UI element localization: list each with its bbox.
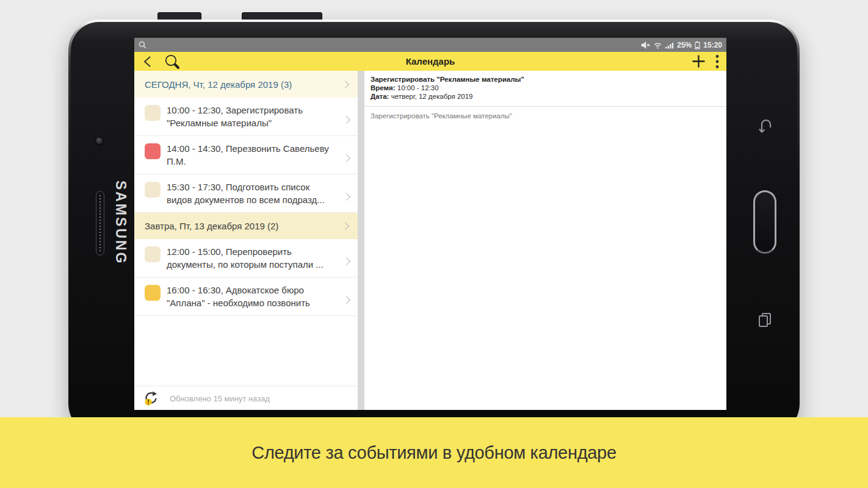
- event-text: 10:00 - 12:30, Зарегистрировать "Рекламн…: [167, 104, 331, 135]
- pane-divider: [358, 71, 364, 410]
- speaker-grille: [96, 191, 104, 256]
- wifi-icon: [653, 41, 662, 49]
- event-color-marker: [145, 105, 161, 121]
- chevron-right-icon: [342, 257, 350, 265]
- section-label: Завтра, Пт, 13 декабря 2019 (2): [145, 221, 278, 231]
- chevron-right-icon: [342, 154, 350, 162]
- svg-text:!: !: [147, 399, 149, 406]
- event-color-marker: [145, 182, 161, 198]
- promo-banner: Следите за событиями в удобном календаре: [0, 417, 868, 488]
- clock: 15:20: [703, 41, 722, 49]
- event-row[interactable]: 12:00 - 15:00, Перепроверить документы, …: [134, 239, 358, 278]
- chevron-right-icon: [342, 193, 350, 201]
- event-detail: Зарегистрировать "Рекламные материалы" В…: [364, 71, 726, 410]
- hardware-back-icon[interactable]: [756, 116, 775, 134]
- tablet-screen: 25% 15:20 Календарь: [134, 38, 726, 410]
- event-row[interactable]: 16:00 - 16:30, Адвокатское бюро "Аплана"…: [134, 278, 358, 316]
- battery-icon: [695, 41, 700, 49]
- detail-time-label: Время:: [371, 84, 396, 92]
- detail-divider: [364, 106, 726, 107]
- home-button[interactable]: [753, 190, 776, 254]
- section-header-today[interactable]: СЕГОДНЯ, Чт, 12 декабря 2019 (3): [134, 71, 358, 98]
- event-color-marker: [145, 246, 161, 262]
- add-event-icon[interactable]: [692, 54, 706, 68]
- battery-percent: 25%: [677, 41, 692, 49]
- status-bar: 25% 15:20: [134, 38, 726, 52]
- refresh-status-text: Обновлено 15 минут назад: [170, 394, 270, 403]
- event-color-marker: [145, 143, 161, 159]
- recent-apps-icon[interactable]: [757, 312, 773, 328]
- front-camera: [95, 137, 104, 145]
- section-header-tomorrow[interactable]: Завтра, Пт, 13 декабря 2019 (2): [134, 213, 358, 239]
- tablet-device: SAMSUNG: [68, 20, 800, 434]
- refresh-warning-icon[interactable]: !: [144, 391, 159, 406]
- app-header: Календарь: [134, 52, 726, 71]
- refresh-bar[interactable]: ! Обновлено 15 минут назад: [134, 387, 358, 410]
- detail-title: Зарегистрировать "Рекламные материалы": [371, 75, 720, 84]
- signal-icon: [665, 41, 674, 49]
- mute-icon: [641, 41, 650, 49]
- brand-logo: SAMSUNG: [110, 174, 129, 271]
- event-text: 14:00 - 14:30, Перезвонить Савельеву П.М…: [167, 142, 331, 174]
- event-text: 16:00 - 16:30, Адвокатское бюро "Аплана"…: [167, 284, 331, 315]
- promo-banner-text: Следите за событиями в удобном календаре: [251, 443, 617, 463]
- chevron-right-icon: [342, 296, 350, 304]
- chevron-right-icon: [342, 116, 350, 124]
- event-row[interactable]: 10:00 - 12:30, Зарегистрировать "Рекламн…: [134, 98, 358, 136]
- overflow-menu-icon[interactable]: [715, 54, 719, 69]
- event-color-marker: [145, 285, 161, 301]
- detail-date-label: Дата:: [371, 93, 389, 100]
- event-text: 12:00 - 15:00, Перепроверить документы, …: [167, 245, 331, 277]
- page-title: Календарь: [134, 56, 726, 66]
- event-list: СЕГОДНЯ, Чт, 12 декабря 2019 (3) 10:00 -…: [134, 71, 358, 410]
- section-label: СЕГОДНЯ, Чт, 12 декабря 2019 (3): [145, 79, 292, 90]
- event-row[interactable]: 15:30 - 17:30, Подготовить список видов …: [134, 174, 358, 213]
- detail-description: Зарегистрировать "Рекламные материалы": [371, 112, 720, 120]
- chevron-right-icon: [341, 81, 349, 88]
- status-search-icon: [139, 41, 146, 49]
- event-text: 15:30 - 17:30, Подготовить список видов …: [167, 181, 331, 212]
- detail-time-value: 10:00 - 12:30: [397, 84, 439, 92]
- detail-date-value: четверг, 12 декабря 2019: [391, 93, 473, 100]
- event-row[interactable]: 14:00 - 14:30, Перезвонить Савельеву П.М…: [134, 136, 358, 174]
- chevron-right-icon: [341, 222, 349, 230]
